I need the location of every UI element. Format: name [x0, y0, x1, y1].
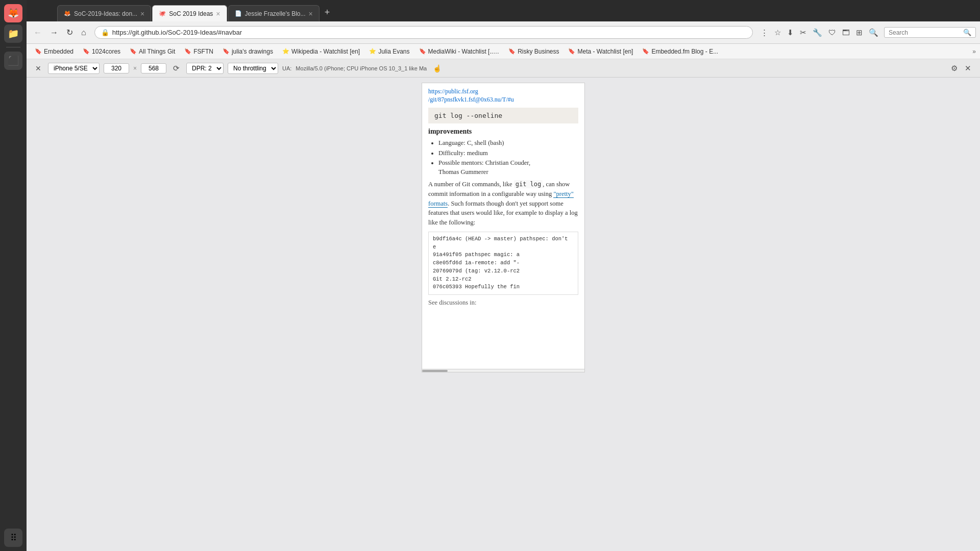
- bookmark-mediawiki[interactable]: 🔖 MediaWiki - Watchlist [..…: [415, 47, 504, 56]
- log-line-3: 20769079d (tag: v2.12.0-rc2: [433, 267, 574, 276]
- log-line-1: 91a491f05 pathspec magic: a: [433, 251, 574, 259]
- bookmarks-overflow[interactable]: »: [972, 48, 976, 55]
- bookmark-meta-watchlist[interactable]: 🔖 Meta - Watchlist [en]: [564, 47, 637, 56]
- log-line-0: b9df16a4c (HEAD -> master) pathspec: don…: [433, 235, 574, 252]
- device-toolbar-right: ⚙ ✕: [948, 62, 974, 74]
- tab-2-icon: 🐙: [159, 10, 166, 17]
- toolbar-menu-icon[interactable]: ⋮: [758, 27, 771, 39]
- tab-1-close[interactable]: ×: [140, 10, 144, 18]
- bookmark-1024cores-label: 1024cores: [92, 48, 120, 55]
- tab-manager-icon[interactable]: ⊞: [853, 27, 865, 39]
- dock-terminal[interactable]: ⬛: [4, 52, 22, 70]
- forward-button[interactable]: →: [47, 26, 61, 39]
- dock-apps[interactable]: ⠿: [4, 529, 22, 547]
- toolbar: ← → ↻ ⌂ 🔒 ⋮ ☆ ⬇ ✂ 🔧 🛡 🗔 ⊞ 🔍 🔍: [27, 21, 980, 44]
- bookmark-risky-business[interactable]: 🔖 Risky Business: [504, 47, 563, 56]
- shield-icon[interactable]: 🛡: [826, 27, 839, 38]
- reload-button[interactable]: ↻: [63, 26, 76, 39]
- content-area: https://public.fsf.org /git/87pnsfkvk1.f…: [27, 78, 980, 551]
- bookmark-ww-label: Wikipedia - Watchlist [en]: [291, 48, 360, 55]
- bookmark-efm-icon: 🔖: [642, 48, 649, 55]
- width-input[interactable]: [104, 63, 129, 73]
- bookmark-fsftn[interactable]: 🔖 FSFTN: [180, 47, 217, 56]
- page-top-link[interactable]: https://public.fsf.org: [428, 88, 478, 95]
- bullet-item-1: Difficulty: medium: [438, 149, 578, 158]
- body-paragraph: A number of Git commands, like git log, …: [428, 180, 578, 228]
- bookmark-atg-icon: 🔖: [130, 48, 137, 55]
- height-input[interactable]: [141, 63, 166, 73]
- pretty-formats-link[interactable]: "pretty" formats: [428, 190, 574, 208]
- page-sub-link[interactable]: /git/87pnsfkvk1.fsf@0x63.nu/T/#u: [428, 96, 514, 103]
- log-line-5: 076c05393 Hopefully the fin: [433, 283, 574, 291]
- device-selector[interactable]: iPhone 5/SE: [48, 63, 100, 74]
- git-log-inline: git log: [514, 180, 543, 188]
- ua-label: UA:: [282, 65, 291, 71]
- bookmark-embedded-label: Embedded: [44, 48, 74, 55]
- device-settings-icon[interactable]: ⚙: [948, 62, 960, 74]
- touch-icon[interactable]: ☝: [433, 64, 442, 72]
- dock-files[interactable]: 📁: [4, 24, 22, 43]
- app-dock: 🦊 📁 ⬛ ⠿: [0, 0, 27, 551]
- ua-value: Mozilla/5.0 (iPhone; CPU iPhone OS 10_3_…: [296, 65, 427, 71]
- bookmark-1024cores[interactable]: 🔖 1024cores: [79, 47, 125, 56]
- tab-3-close[interactable]: ×: [309, 10, 313, 18]
- bookmark-rb-icon: 🔖: [508, 48, 516, 55]
- page-content: https://public.fsf.org /git/87pnsfkvk1.f…: [422, 83, 584, 372]
- bookmark-je-icon: ⭐: [369, 48, 376, 55]
- bookmark-jd-label: julia's drawings: [232, 48, 273, 55]
- dpr-selector[interactable]: DPR: 2: [186, 63, 224, 74]
- dimension-separator: ×: [133, 65, 137, 72]
- bookmark-jd-icon: 🔖: [223, 48, 230, 55]
- container-icon[interactable]: 🗔: [840, 27, 852, 38]
- log-line-4: Git 2.12-rc2: [433, 276, 574, 284]
- search-icon: 🔍: [963, 29, 971, 36]
- bookmark-rb-label: Risky Business: [518, 48, 559, 55]
- bookmarks-bar: 🔖 Embedded 🔖 1024cores 🔖 All Things Git …: [27, 44, 980, 59]
- bookmark-julia-drawings[interactable]: 🔖 julia's drawings: [218, 47, 277, 56]
- bookmark-all-things-git[interactable]: 🔖 All Things Git: [126, 47, 179, 56]
- see-discussions: See discussions in:: [428, 299, 578, 307]
- search-bar-container: 🔍: [884, 27, 976, 38]
- bookmark-julia-evans[interactable]: ⭐ Julia Evans: [365, 47, 413, 56]
- download-icon[interactable]: ⬇: [785, 27, 796, 39]
- url-input[interactable]: [112, 29, 746, 36]
- scrollbar-thumb: [422, 370, 448, 372]
- firefox-window: 🦊 SoC-2019-Ideas: don... × 🐙 SoC 2019 Id…: [27, 0, 980, 551]
- bookmark-ww-icon: ⭐: [282, 48, 289, 55]
- throttle-selector[interactable]: No throttling: [228, 63, 278, 74]
- bookmark-mw-icon: 🔖: [419, 48, 426, 55]
- bookmark-meta-label: Meta - Watchlist [en]: [577, 48, 633, 55]
- tab-3[interactable]: 📄 Jessie Frazelle's Blo... ×: [228, 5, 320, 21]
- bookmark-embedded[interactable]: 🔖 Embedded: [31, 47, 78, 56]
- back-button[interactable]: ←: [31, 26, 45, 39]
- bookmark-wikipedia-watchlist[interactable]: ⭐ Wikipedia - Watchlist [en]: [278, 47, 364, 56]
- bookmarks-icon[interactable]: ☆: [772, 27, 783, 39]
- lock-icon: 🔒: [101, 29, 109, 36]
- bookmark-embedded-fm[interactable]: 🔖 Embedded.fm Blog - E...: [638, 47, 722, 56]
- mobile-viewport[interactable]: https://public.fsf.org /git/87pnsfkvk1.f…: [422, 83, 585, 372]
- bookmark-embedded-icon: 🔖: [35, 48, 42, 55]
- device-close-button[interactable]: ✕: [33, 63, 44, 74]
- search-input[interactable]: [889, 29, 963, 36]
- viewport-scrollbar-horizontal[interactable]: [422, 369, 584, 372]
- screenshot-icon[interactable]: ✂: [797, 27, 809, 39]
- url-bar[interactable]: 🔒: [94, 26, 753, 39]
- bookmark-fsftn-icon: 🔖: [184, 48, 191, 55]
- rotate-button[interactable]: ⟳: [170, 62, 182, 74]
- bookmark-mw-label: MediaWiki - Watchlist [..…: [428, 48, 500, 55]
- toolbar-right-icons: ⋮ ☆ ⬇ ✂ 🔧 🛡 🗔 ⊞ 🔍 🔍: [758, 27, 976, 39]
- tab-bar: 🦊 SoC-2019-Ideas: don... × 🐙 SoC 2019 Id…: [27, 0, 980, 21]
- home-button[interactable]: ⌂: [78, 26, 89, 39]
- bookmark-je-label: Julia Evans: [378, 48, 409, 55]
- search-button[interactable]: 🔍: [866, 27, 881, 39]
- dock-firefox[interactable]: 🦊: [4, 4, 22, 22]
- new-tab-button[interactable]: +: [321, 5, 334, 20]
- bullet-list: Language: C, shell (bash) Difficulty: me…: [428, 139, 578, 177]
- tab-2[interactable]: 🐙 SoC 2019 Ideas ×: [152, 5, 227, 21]
- wrench-icon[interactable]: 🔧: [810, 27, 825, 39]
- bullet-item-0: Language: C, shell (bash): [438, 139, 578, 148]
- bookmark-efm-label: Embedded.fm Blog - E...: [651, 48, 718, 55]
- tab-2-close[interactable]: ×: [216, 10, 220, 18]
- tab-1[interactable]: 🦊 SoC-2019-Ideas: don... ×: [57, 5, 151, 21]
- device-close-icon[interactable]: ✕: [962, 62, 974, 74]
